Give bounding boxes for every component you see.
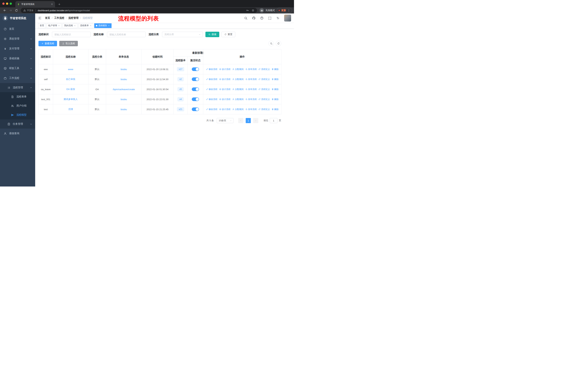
page-size-select[interactable]: 10条/页 xyxy=(217,118,233,123)
search-icon[interactable] xyxy=(244,16,248,20)
action-publish[interactable]: 发布流程 xyxy=(245,68,257,71)
window-zoom-button[interactable] xyxy=(10,2,12,5)
model-name-link[interactable]: 自己审批 xyxy=(66,78,75,81)
process-name-input[interactable] xyxy=(107,32,146,37)
model-name-link[interactable]: 测试多审批人 xyxy=(64,98,78,101)
sidebar-item-infrastructure[interactable]: 基础设施 xyxy=(0,53,35,63)
tag-my-process[interactable]: 我的流程 xyxy=(63,23,77,28)
action-edit[interactable]: 修改流程 xyxy=(206,88,217,91)
omnibox[interactable]: 不安全 dashboard.yudao.iocoder.cn /bpm/mana… xyxy=(21,8,257,13)
form-info-link[interactable]: biubiu xyxy=(121,78,127,81)
action-publish[interactable]: 发布流程 xyxy=(245,78,257,81)
action-delete[interactable]: 删除 xyxy=(272,88,279,91)
browser-menu-icon[interactable] xyxy=(287,9,290,12)
refresh-table-button[interactable] xyxy=(276,41,281,46)
reload-icon[interactable] xyxy=(15,9,18,12)
form-info-link[interactable]: biubiu xyxy=(121,98,127,101)
action-assign[interactable]: 分配规则 xyxy=(232,98,244,101)
browser-tab[interactable]: 芋道管理系统 xyxy=(15,1,55,7)
action-delete[interactable]: 删除 xyxy=(272,98,279,101)
action-definition[interactable]: 流程定义 xyxy=(258,108,270,111)
sidebar-item-process-model[interactable]: 流程模型 xyxy=(0,110,35,120)
sidebar-item-home[interactable]: 首页 xyxy=(0,24,35,34)
active-toggle[interactable] xyxy=(192,97,199,101)
sidebar-item-system[interactable]: 系统管理 xyxy=(0,34,35,44)
action-publish[interactable]: 发布流程 xyxy=(245,88,257,91)
action-design[interactable]: 设计流程 xyxy=(219,108,231,111)
tag-process-model[interactable]: 流程模型 xyxy=(94,23,112,28)
fullscreen-icon[interactable] xyxy=(268,16,272,20)
action-assign[interactable]: 分配规则 xyxy=(232,88,244,91)
font-size-icon[interactable] xyxy=(276,16,280,20)
create-process-button[interactable]: 新建流程 xyxy=(38,41,57,46)
model-name-link[interactable]: OA 请假 xyxy=(66,88,75,91)
sidebar-item-leave-query[interactable]: 请假查询 xyxy=(0,129,35,138)
breadcrumb-process-management[interactable]: 流程管理 xyxy=(68,16,79,20)
process-category-select[interactable]: 流程分类 xyxy=(162,32,203,37)
help-icon[interactable] xyxy=(260,16,263,20)
action-assign[interactable]: 分配规则 xyxy=(232,108,244,111)
import-process-button[interactable]: 导入流程 xyxy=(59,41,78,46)
action-edit[interactable]: 修改流程 xyxy=(206,68,217,71)
sidebar-item-task-management[interactable]: 任务管理 xyxy=(0,120,35,129)
toggle-search-button[interactable] xyxy=(268,41,274,46)
sidebar-item-process-form[interactable]: 流程表单 xyxy=(0,92,35,101)
tag-tenant-management[interactable]: 租户管理 xyxy=(47,23,62,28)
action-design[interactable]: 设计流程 xyxy=(219,68,231,71)
process-key-input[interactable] xyxy=(52,32,91,37)
search-button[interactable]: 搜索 xyxy=(205,32,219,37)
action-edit[interactable]: 修改流程 xyxy=(206,108,217,111)
action-assign[interactable]: 分配规则 xyxy=(232,68,244,71)
breadcrumb-workflow[interactable]: 工作流程 xyxy=(54,16,64,20)
sidebar-item-workflow[interactable]: 工作流程 xyxy=(0,73,35,83)
close-icon[interactable] xyxy=(74,25,76,27)
form-info-link[interactable]: /bpm/oa/leave/create xyxy=(113,88,135,91)
model-name-link[interactable]: eeee xyxy=(68,68,73,71)
current-page-button[interactable]: 1 xyxy=(246,118,251,123)
action-edit[interactable]: 修改流程 xyxy=(206,98,217,101)
hamburger-icon[interactable] xyxy=(38,16,42,20)
active-toggle[interactable] xyxy=(192,87,199,91)
active-toggle[interactable] xyxy=(192,67,199,71)
tag-home[interactable]: 首页 xyxy=(38,23,46,28)
active-toggle[interactable] xyxy=(192,107,199,111)
next-page-button[interactable] xyxy=(253,118,258,123)
action-design[interactable]: 设计流程 xyxy=(219,88,231,91)
action-delete[interactable]: 删除 xyxy=(272,108,279,111)
sidebar-item-process-management[interactable]: 流程管理 xyxy=(0,83,35,92)
close-icon[interactable] xyxy=(58,25,60,27)
action-edit[interactable]: 修改流程 xyxy=(206,78,217,81)
action-definition[interactable]: 流程定义 xyxy=(258,78,270,81)
action-design[interactable]: 设计流程 xyxy=(219,78,231,81)
action-assign[interactable]: 分配规则 xyxy=(232,78,244,81)
incognito-profile-chip[interactable]: 无痕模式 xyxy=(260,8,275,13)
sidebar-item-user-group[interactable]: 用户分组 xyxy=(0,101,35,110)
tab-close-icon[interactable] xyxy=(51,3,53,5)
active-toggle[interactable] xyxy=(192,77,199,81)
reset-button[interactable]: 重置 xyxy=(221,32,235,37)
goto-page-input[interactable] xyxy=(270,118,277,123)
github-icon[interactable] xyxy=(252,16,256,20)
action-publish[interactable]: 发布流程 xyxy=(245,108,257,111)
action-delete[interactable]: 删除 xyxy=(272,78,279,81)
password-key-icon[interactable] xyxy=(246,9,249,12)
breadcrumb-home[interactable]: 首页 xyxy=(45,16,50,20)
form-info-link[interactable]: biubiu xyxy=(121,108,127,111)
user-avatar[interactable] xyxy=(284,15,291,21)
action-publish[interactable]: 发布流程 xyxy=(245,98,257,101)
action-definition[interactable]: 流程定义 xyxy=(258,68,270,71)
sidebar-item-payment[interactable]: ¥ 支付管理 xyxy=(0,44,35,53)
back-icon[interactable] xyxy=(3,9,6,12)
model-name-link[interactable]: 滔博 xyxy=(68,108,73,111)
sidebar-item-dev-tools[interactable]: 研发工具 xyxy=(0,63,35,73)
action-definition[interactable]: 流程定义 xyxy=(258,98,270,101)
close-icon[interactable] xyxy=(90,25,92,27)
forward-icon[interactable] xyxy=(9,9,12,12)
action-definition[interactable]: 流程定义 xyxy=(258,88,270,91)
action-design[interactable]: 设计流程 xyxy=(219,98,231,101)
window-close-button[interactable] xyxy=(2,2,5,5)
action-delete[interactable]: 删除 xyxy=(272,68,279,71)
form-info-link[interactable]: biubiu xyxy=(121,68,127,71)
bookmark-star-icon[interactable] xyxy=(252,9,254,12)
window-minimize-button[interactable] xyxy=(6,2,8,5)
